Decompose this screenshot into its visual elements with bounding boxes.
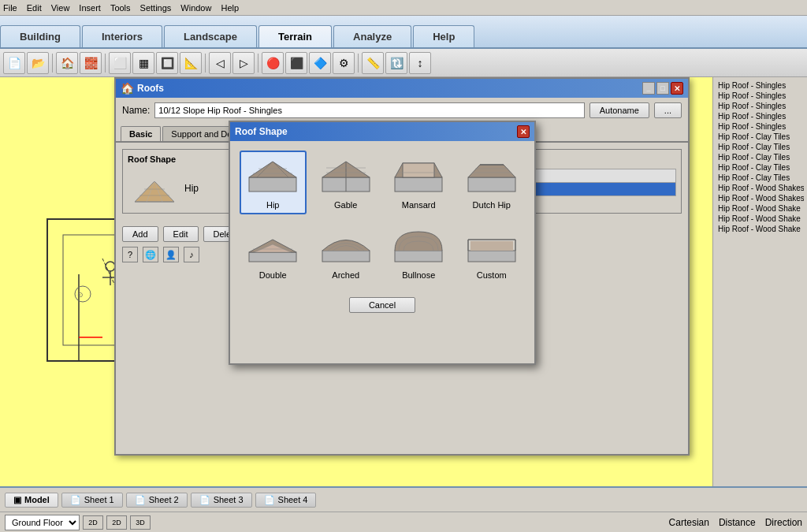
blueprint-area: f g a b d e c ⊙ 🏠 Roo: [0, 77, 712, 486]
toolbar-btn5[interactable]: 🔲: [156, 52, 178, 74]
right-panel-item[interactable]: Hip Roof - Wood Shake: [716, 214, 804, 224]
tab-help[interactable]: Help: [413, 25, 474, 47]
world-icon[interactable]: 🌐: [143, 247, 158, 262]
right-panel-item[interactable]: Hip Roof - Shingles: [716, 111, 804, 121]
tab-building[interactable]: Building: [0, 25, 80, 47]
right-panel-item[interactable]: Hip Roof - Clay Tiles: [716, 142, 804, 152]
floor-select[interactable]: Ground Floor: [5, 515, 80, 530]
sheet3-label: Sheet 3: [214, 495, 244, 504]
person-icon[interactable]: 👤: [163, 247, 179, 262]
right-panel-item[interactable]: Hip Roof - Wood Shakes: [716, 193, 804, 203]
toolbar-btn13[interactable]: 📏: [362, 52, 384, 74]
toolbar-btn7[interactable]: ◁: [209, 52, 231, 74]
toolbar-btn14[interactable]: 🔃: [385, 52, 407, 74]
tab-sheet2[interactable]: 📄 Sheet 2: [126, 493, 188, 508]
roofs-icon: 🏠: [121, 82, 134, 95]
right-panel-item[interactable]: Hip Roof - Shingles: [716, 121, 804, 132]
toolbar-btn12[interactable]: ⚙: [333, 52, 355, 74]
roof-shape-bullnose[interactable]: Bullnose: [385, 221, 452, 285]
right-panel-item[interactable]: Hip Roof - Shingles: [716, 101, 804, 111]
custom-label: Custom: [477, 270, 507, 280]
tab-interiors[interactable]: Interiors: [82, 25, 162, 47]
roof-shape-grid: Hip Gable: [230, 141, 534, 294]
arched-label: Arched: [332, 270, 359, 280]
menu-item-edit[interactable]: Edit: [27, 3, 42, 13]
2d-view-btn[interactable]: 2D: [83, 515, 103, 530]
roof-shape-arched[interactable]: Arched: [313, 221, 380, 285]
right-panel-item[interactable]: Hip Roof - Wood Shake: [716, 224, 804, 234]
svg-rect-36: [395, 177, 442, 192]
menu-item-file[interactable]: File: [3, 3, 17, 13]
status-cartesian: Cartesian: [669, 517, 709, 528]
roof-shape-gable[interactable]: Gable: [313, 151, 380, 214]
right-panel-item[interactable]: Hip Roof - Clay Tiles: [716, 173, 804, 183]
roofs-minimize-btn[interactable]: _: [642, 82, 655, 95]
sheet2-icon: 📄: [135, 495, 146, 505]
3d-view-btn[interactable]: 3D: [130, 515, 151, 530]
toolbar-btn4[interactable]: ▦: [132, 52, 154, 74]
roofs-name-input[interactable]: [154, 102, 584, 118]
menu-item-help[interactable]: Help: [221, 3, 239, 13]
toolbar-house[interactable]: 🏠: [56, 52, 78, 74]
menu-item-tools[interactable]: Tools: [110, 3, 131, 13]
svg-rect-40: [468, 177, 515, 192]
roofs-maximize-btn[interactable]: □: [656, 82, 669, 95]
roofs-name-label: Name:: [122, 105, 150, 116]
tab-analyze[interactable]: Analyze: [333, 25, 411, 47]
menu-item-insert[interactable]: Insert: [79, 3, 101, 13]
toolbar-btn11[interactable]: 🔷: [309, 52, 331, 74]
music-icon[interactable]: ♪: [184, 247, 199, 262]
help-icon[interactable]: ?: [122, 247, 138, 262]
svg-marker-41: [468, 165, 515, 177]
roof-shape-mansard[interactable]: Mansard: [385, 151, 452, 214]
right-panel-item[interactable]: Hip Roof - Wood Shake: [716, 203, 804, 214]
right-panel-item[interactable]: Hip Roof - Clay Tiles: [716, 162, 804, 173]
toolbar-btn2[interactable]: 🧱: [80, 52, 102, 74]
roof-shape-hip[interactable]: Hip: [240, 151, 307, 214]
toolbar-btn8[interactable]: ▷: [232, 52, 255, 74]
cancel-btn[interactable]: Cancel: [349, 297, 415, 313]
tab-sheet1[interactable]: 📄 Sheet 1: [61, 493, 123, 508]
toolbar-btn3[interactable]: ⬜: [109, 52, 131, 74]
roof-shape-close-btn[interactable]: ✕: [517, 125, 530, 138]
toolbar-new[interactable]: 📄: [3, 52, 25, 74]
toolbar-open[interactable]: 📂: [27, 52, 49, 74]
cancel-row: Cancel: [230, 294, 534, 316]
roofs-add-btn[interactable]: Add: [122, 226, 158, 242]
mansard-label: Mansard: [402, 200, 436, 210]
tab-landscape[interactable]: Landscape: [164, 25, 257, 47]
right-panel-item[interactable]: Hip Roof - Clay Tiles: [716, 152, 804, 162]
roof-shape-custom[interactable]: Custom: [459, 221, 526, 285]
roof-shape-dutch-hip[interactable]: Dutch Hip: [459, 151, 526, 214]
toolbar-btn6[interactable]: 📐: [180, 52, 202, 74]
roof-shape-preview-svg: [131, 172, 178, 205]
tab-sheet3[interactable]: 📄 Sheet 3: [191, 493, 252, 508]
roofs-autoname-btn[interactable]: Autoname: [589, 102, 649, 118]
2d-alt-btn[interactable]: 2D: [106, 515, 127, 530]
toolbar-sep-4: [258, 54, 258, 73]
roofs-tab-basic[interactable]: Basic: [121, 126, 161, 141]
toolbar-btn9[interactable]: 🔴: [262, 52, 284, 74]
roof-shape-double[interactable]: Double: [240, 221, 307, 285]
menu-item-window[interactable]: Window: [180, 3, 211, 13]
roofs-edit-btn[interactable]: Edit: [163, 226, 199, 242]
roofs-close-btn[interactable]: ✕: [671, 82, 683, 95]
toolbar-btn15[interactable]: ↕: [409, 52, 431, 74]
roofs-name-row: Name: Autoname ...: [116, 98, 688, 123]
main-area: f g a b d e c ⊙ 🏠 Roo: [0, 77, 807, 486]
right-panel-item[interactable]: Hip Roof - Clay Tiles: [716, 132, 804, 142]
roofs-ellipsis-btn[interactable]: ...: [654, 102, 682, 118]
right-panel-item[interactable]: Hip Roof - Shingles: [716, 80, 804, 91]
roof-shape-dialog-title-bar: Roof Shape ✕: [230, 122, 534, 141]
tab-sheet4[interactable]: 📄 Sheet 4: [255, 493, 317, 508]
tab-terrain[interactable]: Terrain: [258, 25, 332, 47]
toolbar-sep-2: [105, 54, 106, 73]
dutch-hip-label: Dutch Hip: [473, 200, 511, 210]
right-panel-item[interactable]: Hip Roof - Wood Shakes: [716, 183, 804, 193]
tab-model[interactable]: ▣ Model: [5, 493, 58, 508]
svg-rect-50: [395, 251, 442, 262]
right-panel-item[interactable]: Hip Roof - Shingles: [716, 91, 804, 101]
toolbar-btn10[interactable]: ⬛: [285, 52, 307, 74]
menu-item-view[interactable]: View: [51, 3, 70, 13]
menu-item-settings[interactable]: Settings: [140, 3, 172, 13]
